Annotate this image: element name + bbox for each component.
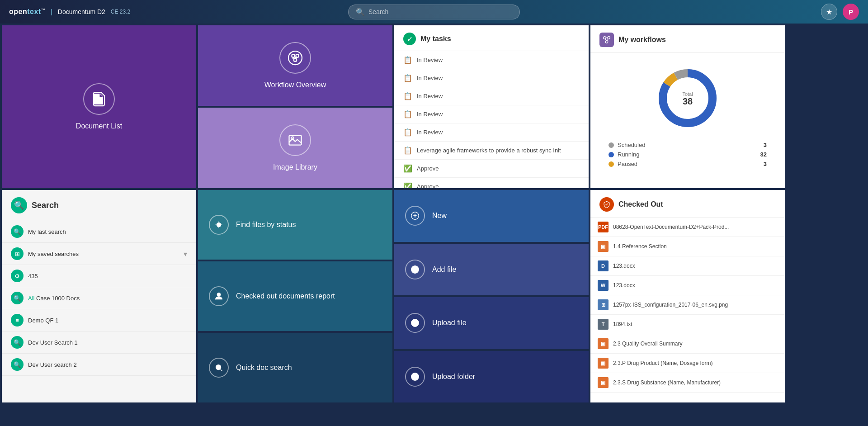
search-input[interactable] [368, 8, 512, 15]
brand-version: CE 23.2 [111, 9, 130, 15]
task-list: 📋 In Review 📋 In Review 📋 In Review 📋 In… [394, 51, 589, 188]
svg-line-34 [221, 369, 222, 371]
svg-file-icon: ⊞ [598, 299, 609, 310]
my-tasks-tile: ✓ My tasks 📋 In Review 📋 In Review 📋 In … [394, 25, 589, 188]
pdf-icon: PDF [598, 222, 609, 232]
file-item[interactable]: ▣ 2.3.P Drug Product (Name, Dosage form) [590, 354, 785, 373]
search-item-demo-label: Demo QF 1 [28, 317, 58, 324]
header-actions: ★ P [821, 4, 859, 20]
task-item-text: Leverage agile frameworks to provide a r… [417, 147, 561, 154]
txt-icon: T [598, 319, 609, 330]
main-grid: Document List Workflow Overview [0, 24, 868, 426]
quick-doc-search-icon [209, 358, 229, 378]
paused-count: 3 [764, 161, 767, 167]
document-list-tile[interactable]: Document List [2, 25, 196, 188]
task-item[interactable]: 📋 Leverage agile frameworks to provide a… [394, 142, 589, 160]
task-item-text: Approve [417, 183, 439, 188]
task-item[interactable]: ✅ Approve [394, 178, 589, 188]
image-library-tile[interactable]: Image Library [198, 108, 392, 188]
header-search-bar[interactable]: 🔍 [348, 5, 520, 19]
checked-out-report-tile[interactable]: Checked out documents report [198, 261, 392, 331]
upload-folder-svg [410, 372, 420, 382]
file-item[interactable]: ▣ 2.3 Quality Overall Summary [590, 334, 785, 354]
checked-out-tile: Checked Out PDF 08628-OpenText-Documentu… [590, 190, 785, 402]
task-item-text: In Review [417, 75, 443, 81]
file-item[interactable]: ⊞ 1257px-ISS_configuration_2017-06_en.sv… [590, 295, 785, 315]
workflow-overview-label: Workflow Overview [264, 81, 326, 89]
document-list-icon [83, 83, 115, 115]
search-item-icon: 🔍 [11, 336, 24, 349]
quick-doc-search-tile[interactable]: Quick doc search [198, 333, 392, 402]
search-item-all-case[interactable]: 🔍 All Case 1000 Docs [2, 287, 196, 309]
search-header: 🔍 Search [2, 190, 196, 221]
search-item-dev1-label: Dev User Search 1 [28, 339, 78, 346]
task-item[interactable]: 📋 In Review [394, 87, 589, 105]
file-item[interactable]: D 123.docx [590, 256, 785, 276]
user-avatar[interactable]: P [843, 4, 859, 20]
file-name: 2.3 Quality Overall Summary [613, 341, 682, 347]
search-item-icon: 🔍 [11, 358, 24, 371]
legend-running: Running 32 [609, 151, 767, 158]
file-name: 08628-OpenText-Documentum-D2+Pack-Prod..… [613, 224, 729, 230]
donut-legend: Scheduled 3 Running 32 Paused 3 [599, 142, 776, 170]
find-files-tile[interactable]: Find files by status [198, 190, 392, 260]
quick-doc-search-svg [214, 363, 224, 373]
file-name: 1894.txt [613, 321, 632, 327]
svg-point-16 [605, 41, 608, 43]
my-workflows-header: My workflows [590, 25, 785, 53]
file-item[interactable]: T 1894.txt [590, 315, 785, 334]
my-workflows-title: My workflows [618, 36, 666, 44]
add-file-svg [410, 265, 420, 275]
svg-point-14 [604, 37, 606, 39]
running-label: Running [618, 151, 757, 158]
svg-point-27 [218, 222, 220, 224]
legend-scheduled: Scheduled 3 [609, 142, 767, 148]
favorites-button[interactable]: ★ [821, 4, 837, 20]
donut-chart: Total 38 [651, 62, 724, 134]
word-icon: W [598, 280, 609, 291]
task-item[interactable]: 📋 In Review [394, 51, 589, 69]
saved-searches-icon: ⊞ [11, 247, 24, 260]
upload-file-tile[interactable]: Upload file [394, 297, 589, 349]
add-file-tile[interactable]: Add file [394, 244, 589, 296]
legend-paused: Paused 3 [609, 161, 767, 167]
search-item-435[interactable]: ⚙ 435 [2, 265, 196, 287]
workflow-overview-tile[interactable]: Workflow Overview [198, 25, 392, 106]
file-item[interactable]: ▣ 2.3.S Drug Substance (Name, Manufactur… [590, 373, 785, 393]
file-name: 1.4 Reference Section [613, 243, 667, 250]
file-item[interactable]: PDF 08628-OpenText-Documentum-D2+Pack-Pr… [590, 218, 785, 237]
file-item[interactable]: ▣ 1.4 Reference Section [590, 237, 785, 256]
search-header-icon: 🔍 [11, 197, 27, 213]
new-tile[interactable]: New [394, 190, 589, 242]
my-saved-searches-item[interactable]: ⊞ My saved searches ▾ [2, 243, 196, 265]
task-doc-icon: 📋 [403, 146, 412, 155]
brand: opentext™ | Documentum D2 CE 23.2 [9, 8, 130, 16]
task-item-text: In Review [417, 57, 443, 63]
upload-folder-tile[interactable]: Upload folder [394, 351, 589, 403]
task-doc-icon: 📋 [403, 110, 412, 118]
task-doc-icon: ✅ [403, 182, 412, 188]
search-tile: 🔍 Search 🔍 My last search ⊞ My saved sea… [2, 190, 196, 402]
checked-out-report-svg [214, 291, 224, 301]
brand-divider: | [51, 8, 52, 15]
orange-file-icon: ▣ [598, 358, 609, 369]
task-item[interactable]: 📋 In Review [394, 123, 589, 142]
search-item-dev2[interactable]: 🔍 Dev User search 2 [2, 354, 196, 376]
image-library-icon [279, 124, 311, 156]
task-item[interactable]: ✅ Approve [394, 160, 589, 178]
task-doc-icon: 📋 [403, 56, 412, 64]
task-item[interactable]: 📋 In Review [394, 105, 589, 123]
checked-out-report-icon [209, 286, 229, 306]
search-item-demo[interactable]: ≡ Demo QF 1 [2, 309, 196, 331]
tasks-check-icon: ✓ [403, 33, 416, 45]
search-item-dev1[interactable]: 🔍 Dev User Search 1 [2, 331, 196, 354]
search-item-icon: ≡ [11, 314, 24, 327]
find-files-icon [209, 215, 229, 235]
add-file-icon [405, 260, 425, 279]
task-item[interactable]: 📋 In Review [394, 69, 589, 87]
my-last-search-item[interactable]: 🔍 My last search [2, 221, 196, 243]
my-saved-searches-label: My saved searches [28, 251, 79, 257]
workflow-stack: Workflow Overview Image Library [198, 25, 392, 188]
image-library-svg [287, 132, 303, 148]
file-item[interactable]: W 123.docx [590, 276, 785, 295]
